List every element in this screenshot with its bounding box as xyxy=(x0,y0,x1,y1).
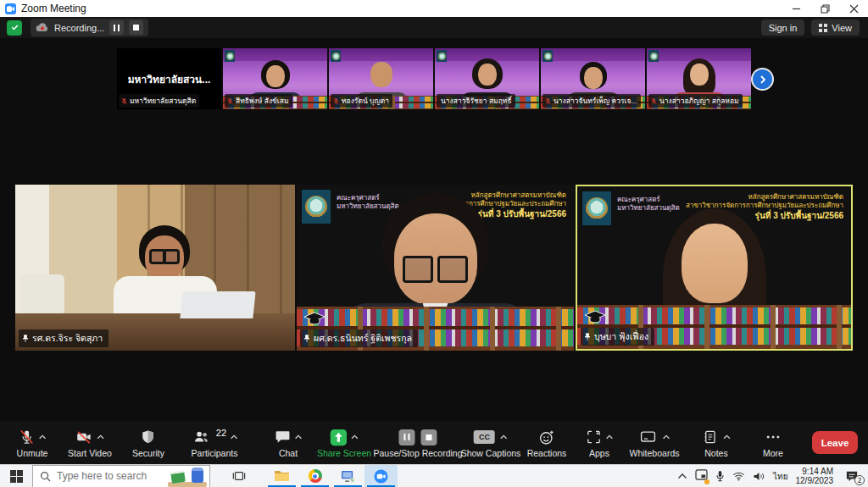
next-page-button[interactable] xyxy=(753,69,772,89)
search-input[interactable] xyxy=(57,470,150,482)
windows-taskbar: ไทย 9:14 AM 12/9/2023 2 xyxy=(0,464,868,487)
view-label: View xyxy=(832,23,852,33)
chevron-up-icon[interactable] xyxy=(351,434,359,440)
tray-chevron-up-icon[interactable] xyxy=(677,473,687,479)
thumbnail-tile[interactable]: สิทธิพงษ์ สังข์เสม xyxy=(223,48,327,109)
leave-button[interactable]: Leave xyxy=(812,431,858,454)
toolbar-label: Apps xyxy=(589,448,609,458)
action-center-button[interactable]: 2 xyxy=(841,467,863,485)
thumbnail-strip: มหาวิทยาลัยสวน... มหาวิทยาลัยสวนดุสิต สิ… xyxy=(117,48,751,109)
video-tile-active-speaker[interactable]: คณะครุศาสตร์ มหาวิทยาลัยสวนดุสิต หลักสูต… xyxy=(576,185,853,351)
thumbnail-tile[interactable]: นางสาวจิรัชยา สมฤทธิ์ xyxy=(435,48,539,109)
participants-button[interactable]: 22 Participants xyxy=(192,427,238,458)
chat-button[interactable]: Chat xyxy=(275,427,303,458)
view-button[interactable]: View xyxy=(811,19,860,36)
show-captions-button[interactable]: CC Show Captions xyxy=(461,427,521,458)
whiteboards-button[interactable]: Whiteboards xyxy=(630,427,680,458)
chevron-up-icon[interactable] xyxy=(97,434,104,440)
apps-icon xyxy=(586,429,603,445)
name-tag: รศ.ดร.จิระ จิตสุภา xyxy=(19,329,108,347)
name-tag: นางสาวอภิญญา สกุลหอม xyxy=(648,94,743,108)
thumbnail-tile[interactable]: มหาวิทยาลัยสวน... มหาวิทยาลัยสวนดุสิต xyxy=(117,48,221,109)
restore-button[interactable] xyxy=(810,0,839,17)
camera-off-icon xyxy=(75,429,93,445)
pause-stop-recording-control[interactable]: Pause/Stop Recording xyxy=(373,427,462,458)
task-view-button[interactable] xyxy=(222,465,255,487)
video-tile[interactable]: คณะครุศาสตร์ มหาวิทยาลัยสวนดุสิต หลักสูต… xyxy=(297,185,574,351)
speaker-icon[interactable] xyxy=(753,471,765,482)
muted-mic-icon xyxy=(544,97,552,105)
toolbar-label: Pause/Stop Recording xyxy=(373,448,462,458)
toolbar-label: Whiteboards xyxy=(630,448,680,458)
toolbar-label: Security xyxy=(132,448,164,458)
name-tag: มหาวิทยาลัยสวนดุสิต xyxy=(119,94,199,108)
tray-microphone-icon[interactable] xyxy=(715,470,725,482)
chevron-up-icon[interactable] xyxy=(500,434,508,440)
recording-label: Recording... xyxy=(54,23,104,33)
name-tag: สิทธิพงษ์ สังข์เสม xyxy=(225,94,292,108)
recording-indicator: Recording... xyxy=(31,19,148,36)
pause-recording-button[interactable] xyxy=(398,429,415,445)
security-button[interactable]: Security xyxy=(132,427,164,458)
graduation-cap-icon xyxy=(303,312,326,329)
taskbar-search[interactable] xyxy=(32,465,210,487)
meeting-top-bar: Recording... Sign in View xyxy=(0,17,868,38)
share-screen-icon xyxy=(330,429,348,446)
stop-icon xyxy=(133,25,139,30)
minimize-button[interactable] xyxy=(782,0,810,17)
chrome-button[interactable] xyxy=(298,465,331,487)
thumbnail-tile[interactable]: ทองรัตน์ บุญตา xyxy=(329,48,433,109)
muted-mic-icon xyxy=(332,97,340,105)
notes-button[interactable]: Notes xyxy=(702,427,731,458)
tray-app-icon[interactable] xyxy=(695,468,708,484)
wifi-icon[interactable] xyxy=(732,471,745,481)
zoom-meeting-window: Zoom Meeting Recording... xyxy=(0,0,868,487)
status-dot xyxy=(704,479,709,484)
chevron-up-icon[interactable] xyxy=(295,434,303,440)
start-video-button[interactable]: Start Video xyxy=(68,427,112,458)
start-button[interactable] xyxy=(0,465,32,487)
file-explorer-button[interactable] xyxy=(265,465,298,487)
thumbnail-tile[interactable]: นางสาวจันทร์เพ็ญ ควรเจ... xyxy=(541,48,645,109)
stop-recording-button[interactable] xyxy=(420,429,437,445)
windows-logo-icon xyxy=(10,470,23,483)
more-button[interactable]: More xyxy=(763,427,783,458)
sign-in-button[interactable]: Sign in xyxy=(761,19,805,36)
zoom-icon xyxy=(374,469,388,484)
chevron-up-icon[interactable] xyxy=(230,434,237,440)
computer-icon xyxy=(341,470,355,483)
chevron-up-icon[interactable] xyxy=(723,434,731,440)
close-button[interactable] xyxy=(839,0,868,17)
chevron-up-icon[interactable] xyxy=(606,434,614,440)
name-tag: ผศ.ดร.ธนินทร์ ฐิติเพชรกุล xyxy=(300,329,418,347)
participant-name: บุษบา ฟุ้งเฟื่อง xyxy=(594,329,648,344)
stop-recording-button[interactable] xyxy=(129,20,143,35)
laptop xyxy=(180,291,255,318)
stop-icon xyxy=(426,434,431,440)
language-indicator[interactable]: ไทย xyxy=(773,470,787,483)
pause-recording-button[interactable] xyxy=(109,20,124,35)
share-screen-button[interactable]: Share Screen xyxy=(317,427,371,458)
toolbar-label: Reactions xyxy=(527,448,567,458)
taskbar-clock[interactable]: 9:14 AM 12/9/2023 xyxy=(796,467,834,485)
zoom-taskbar-button[interactable] xyxy=(364,465,398,487)
participant-name: นางสาวจิรัชยา สมฤทธิ์ xyxy=(438,95,512,107)
name-tag: นางสาวจันทร์เพ็ญ ควรเจ... xyxy=(542,94,641,108)
thumbnail-tile[interactable]: นางสาวอภิญญา สกุลหอม xyxy=(647,48,751,109)
toolbar-label: Participants xyxy=(192,448,238,458)
chevron-up-icon[interactable] xyxy=(662,434,670,440)
computer-app-button[interactable] xyxy=(331,465,364,487)
name-tag: นางสาวจิรัชยา สมฤทธิ์ xyxy=(437,94,515,108)
unmute-button[interactable]: Unmute xyxy=(17,427,48,458)
shield-icon xyxy=(141,429,157,445)
toolbar-label: More xyxy=(763,448,783,458)
apps-button[interactable]: Apps xyxy=(586,427,614,458)
graduation-cap-icon xyxy=(584,310,606,327)
video-tile[interactable]: รศ.ดร.จิระ จิตสุภา xyxy=(15,185,295,351)
virtual-background-banner xyxy=(223,48,327,61)
main-video-area: รศ.ดร.จิระ จิตสุภา คณะครุศาสตร์ มหาวิทยา… xyxy=(0,185,868,351)
encryption-shield-icon[interactable] xyxy=(7,20,22,36)
toolbar-label: Notes xyxy=(704,448,727,458)
reactions-button[interactable]: Reactions xyxy=(527,427,567,458)
chevron-up-icon[interactable] xyxy=(38,434,46,440)
